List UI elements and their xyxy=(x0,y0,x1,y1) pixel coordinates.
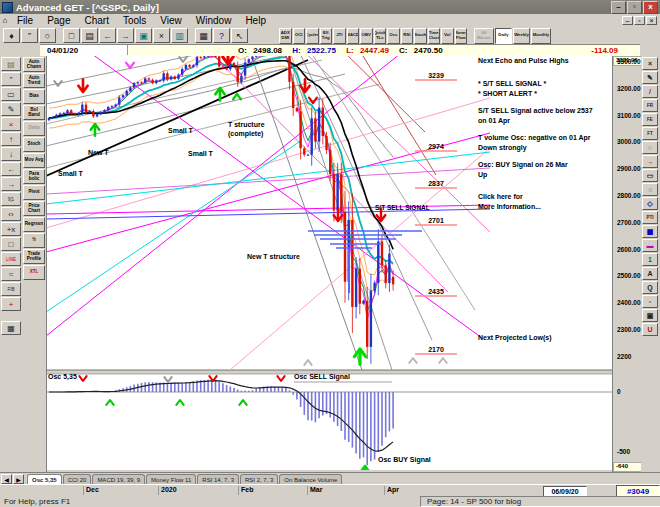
study-button-stoch[interactable]: Stoch xyxy=(414,28,427,44)
tab-scroll-right-button[interactable]: ▶ xyxy=(13,474,24,484)
left-study--[interactable]: ½ xyxy=(23,233,45,248)
back-icon[interactable]: ← xyxy=(99,28,116,43)
scroll-left-icon[interactable]: ← xyxy=(1,162,21,176)
fib-retracement-icon[interactable]: FR xyxy=(642,99,658,112)
pti-icon[interactable]: PTI xyxy=(642,211,658,224)
scroll-right-icon[interactable]: → xyxy=(1,177,21,191)
binocular-icon[interactable]: ” xyxy=(1,72,21,86)
menu-help[interactable]: Help xyxy=(238,15,273,26)
forward-icon[interactable]: → xyxy=(117,28,134,43)
period-button-daily[interactable]: Daily xyxy=(495,28,512,44)
menu-chart[interactable]: Chart xyxy=(77,15,115,26)
study-button-quick-tls[interactable]: Quick TLs xyxy=(374,28,387,44)
select-box-icon[interactable]: ▫ xyxy=(642,295,658,308)
paste-icon[interactable]: ▣ xyxy=(135,28,152,43)
maximize-button[interactable]: ▫ xyxy=(627,1,642,14)
fib-time-icon[interactable]: FT xyxy=(642,127,658,140)
new-chart-icon[interactable]: □ xyxy=(63,28,80,43)
study-button-rsi[interactable]: RSI xyxy=(401,28,414,44)
ratio-icon[interactable]: 9¦1 xyxy=(1,192,21,206)
brackets-icon[interactable]: ‹› xyxy=(1,207,21,221)
study-button-cycles[interactable]: Cycles xyxy=(306,28,319,44)
study-button-money-flow[interactable]: Money Flow xyxy=(455,28,468,44)
period-button-60-minute[interactable]: 60 Minute xyxy=(474,28,494,44)
study-button-obv[interactable]: OBV xyxy=(360,28,373,44)
period-button-weekly[interactable]: Weekly xyxy=(513,28,530,44)
lines-icon[interactable]: LINE xyxy=(1,252,21,266)
price-axis[interactable]: 3331.963300.003200.003100.003000.002900.… xyxy=(612,56,642,472)
pencil-icon[interactable]: ✎ xyxy=(642,71,658,84)
close-button[interactable]: x xyxy=(643,1,658,14)
box-icon[interactable]: □ xyxy=(1,237,21,251)
cursor-date-box[interactable]: 04/01/20 xyxy=(44,45,128,55)
left-study-para-bolic[interactable]: Para bolic xyxy=(23,169,45,184)
close-studies-icon[interactable]: × xyxy=(642,57,658,70)
menu-window[interactable]: Window xyxy=(189,15,239,26)
chart-icon[interactable]: ▥ xyxy=(171,28,188,43)
pin-icon[interactable]: ♦ xyxy=(3,28,20,43)
menu-file[interactable]: File xyxy=(10,15,40,26)
fib-extension-icon[interactable]: FE xyxy=(642,113,658,126)
study-button-time-clust[interactable]: Time Clust xyxy=(428,28,441,44)
search-icon[interactable]: ○ xyxy=(39,28,56,43)
mdi-restore-button[interactable]: ▫ xyxy=(634,16,645,25)
minimize-button[interactable]: – xyxy=(611,1,626,14)
left-study-delta[interactable]: Delta xyxy=(23,121,45,136)
period-button-monthly[interactable]: Monthly xyxy=(531,28,551,44)
scroll-down-icon[interactable]: ↓ xyxy=(1,147,21,161)
study-icon[interactable]: ✎ xyxy=(1,102,21,116)
printer-icon[interactable]: ▦ xyxy=(1,321,21,335)
left-study-trade-profile[interactable]: Trade Profile xyxy=(23,249,45,264)
delete-icon[interactable]: × xyxy=(153,28,170,43)
grid-icon[interactable]: ▦ xyxy=(642,225,658,238)
context-help-icon[interactable]: ↖ xyxy=(231,28,248,43)
fib-icon[interactable]: FIB xyxy=(1,282,21,296)
study-button-jti[interactable]: JTI xyxy=(333,28,346,44)
elliott-icon[interactable]: × xyxy=(1,117,21,131)
open-folder-icon[interactable]: ▤ xyxy=(1,57,21,71)
open-icon[interactable]: ▤ xyxy=(81,28,98,43)
mdi-close-button[interactable]: × xyxy=(646,16,657,25)
mdi-minimize-button[interactable]: – xyxy=(622,16,633,25)
mob-icon[interactable]: ▬ xyxy=(642,239,658,252)
text-tool-icon[interactable]: A xyxy=(642,267,658,280)
quick-reset-icon[interactable]: ▭ xyxy=(1,87,21,101)
study-button-adx-dmi[interactable]: ADX DMI xyxy=(279,28,292,44)
left-study-auto-trend[interactable]: Auto Trend xyxy=(23,73,45,88)
quotes-icon[interactable]: ” xyxy=(21,28,38,43)
zoom-tool-icon[interactable]: Q xyxy=(642,281,658,294)
menu-tools[interactable]: Tools xyxy=(116,15,153,26)
study-button-osc[interactable]: Osc xyxy=(387,28,400,44)
left-study-pivot[interactable]: Pivot xyxy=(23,185,45,200)
cross-icon[interactable]: + xyxy=(1,297,21,311)
left-study-xtl[interactable]: XTL xyxy=(23,265,45,280)
tab-scroll-left-button[interactable]: ◀ xyxy=(1,474,12,484)
menu-page[interactable]: Page xyxy=(40,15,77,26)
chart-canvas[interactable]: Osc 5,35Osc SELL SignalOsc BUY Signal323… xyxy=(0,56,660,472)
left-study-stoch[interactable]: Stoch xyxy=(23,137,45,152)
left-study-mov-avg[interactable]: Mov Avg xyxy=(23,153,45,168)
left-study-bol-band[interactable]: Bol Band xyxy=(23,105,45,120)
waves-icon[interactable]: ≈ xyxy=(1,267,21,281)
left-study-bias[interactable]: Bias xyxy=(23,89,45,104)
study-button-ell-trig[interactable]: Ell Trig xyxy=(320,28,333,44)
undo-icon[interactable]: U xyxy=(642,323,658,336)
help-icon[interactable]: ? xyxy=(213,28,230,43)
copy-tool-icon[interactable]: ▣ xyxy=(642,309,658,322)
diamond-tool-icon[interactable]: ◇ xyxy=(642,197,658,210)
wave-label-icon[interactable]: 1 xyxy=(642,253,658,266)
study-button-oci[interactable]: OCI xyxy=(293,28,306,44)
plus-x-icon[interactable]: +x xyxy=(1,222,21,236)
scroll-up-icon[interactable]: ↑ xyxy=(1,132,21,146)
left-study-auto-chann[interactable]: Auto Chann xyxy=(23,57,45,72)
left-study-regrssn[interactable]: Regrssn xyxy=(23,217,45,232)
menu-view[interactable]: View xyxy=(153,15,189,26)
print-icon[interactable]: ▦ xyxy=(195,28,212,43)
rectangle-tool-icon[interactable]: ▭ xyxy=(642,169,658,182)
arrow-tool-icon[interactable]: → xyxy=(642,155,658,168)
mdi-system-icon[interactable]: ⌂ xyxy=(0,16,10,25)
study-button-macd[interactable]: MACD xyxy=(347,28,360,44)
ellipse-tool-icon[interactable]: ○ xyxy=(642,183,658,196)
trendline-icon[interactable]: / xyxy=(642,85,658,98)
study-button-vol[interactable]: Vol xyxy=(441,28,454,44)
